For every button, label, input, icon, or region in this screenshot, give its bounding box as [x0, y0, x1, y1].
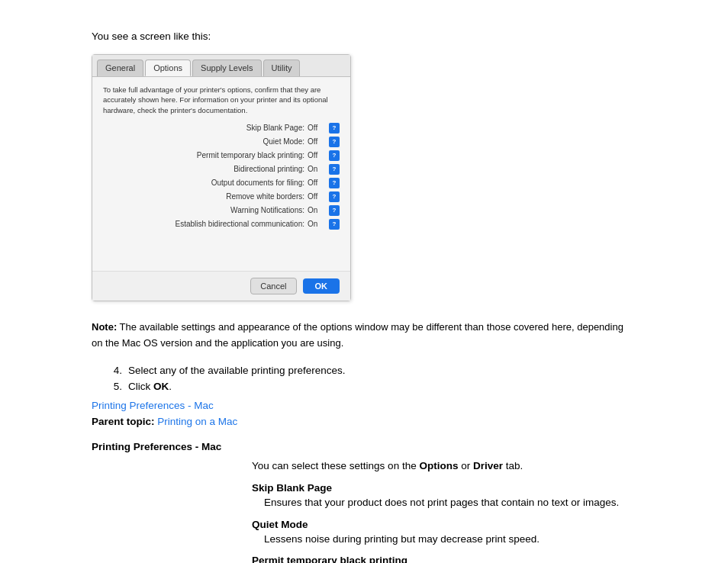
dialog-body: To take full advantage of your printer's…	[92, 77, 350, 271]
section-intro-middle: or	[458, 460, 473, 471]
option-row-skip-blank: Skip Blank Page: Off	[103, 123, 340, 134]
section-body: You can select these settings on the Opt…	[252, 460, 636, 563]
option-row-output-docs: Output documents for filing: Off	[103, 178, 340, 188]
section-heading-label: Printing Preferences - Mac	[92, 441, 252, 452]
tab-utility[interactable]: Utility	[263, 60, 301, 76]
cancel-button[interactable]: Cancel	[250, 278, 296, 294]
section-heading-row: Printing Preferences - Mac	[92, 441, 636, 452]
section-intro-end: tab.	[503, 460, 523, 471]
parent-topic-label: Parent topic:	[92, 416, 155, 427]
option-row-remove-borders: Remove white borders: Off	[103, 191, 340, 202]
option-btn-output-docs[interactable]	[329, 178, 340, 188]
option-btn-bidirectional[interactable]	[329, 164, 340, 175]
option-value-skip-blank: Off	[308, 124, 326, 132]
option-value-remove-borders: Off	[308, 192, 326, 201]
step-4-text: Select any of the available printing pre…	[128, 365, 345, 376]
step-5-text: Click OK.	[128, 381, 172, 392]
note-label: Note:	[92, 321, 117, 333]
option-row-permit-black: Permit temporary black printing: Off	[103, 150, 340, 161]
option-label-permit-black: Permit temporary black printing:	[197, 151, 304, 159]
tab-general[interactable]: General	[97, 60, 143, 76]
note-block: Note: The available settings and appeara…	[92, 320, 636, 352]
option-label-establish-bidir: Establish bidirectional communication:	[175, 220, 304, 228]
parent-topic-link[interactable]: Printing on a Mac	[157, 416, 237, 427]
term-quiet-mode-desc: Lessens noise during printing but may de…	[264, 532, 636, 547]
option-btn-skip-blank[interactable]	[329, 123, 340, 134]
numbered-steps: 4. Select any of the available printing …	[107, 365, 636, 392]
section-intro-bold2: Driver	[473, 460, 503, 471]
step-5: 5. Click OK.	[107, 381, 636, 392]
term-quiet-mode-title: Quiet Mode	[252, 519, 636, 530]
option-value-warnings: On	[308, 206, 326, 214]
step-4: 4. Select any of the available printing …	[107, 365, 636, 376]
option-value-quiet-mode: Off	[308, 137, 326, 146]
tab-supply-levels[interactable]: Supply Levels	[192, 60, 262, 76]
dialog-tabs-bar: General Options Supply Levels Utility	[92, 55, 350, 77]
term-permit-black-title: Permit temporary black printing	[252, 555, 636, 563]
term-quiet-mode: Quiet Mode Lessens noise during printing…	[252, 519, 636, 547]
option-row-bidirectional: Bidirectional printing: On	[103, 164, 340, 175]
dialog-note-text: To take full advantage of your printer's…	[103, 85, 340, 115]
option-btn-establish-bidir[interactable]	[329, 219, 340, 230]
option-btn-permit-black[interactable]	[329, 150, 340, 161]
term-permit-black: Permit temporary black printing Allows y…	[252, 555, 636, 563]
option-btn-warnings[interactable]	[329, 205, 340, 216]
option-row-establish-bidir: Establish bidirectional communication: O…	[103, 219, 340, 230]
section-intro-text1: You can select these settings on the	[252, 460, 419, 471]
option-label-output-docs: Output documents for filing:	[211, 179, 304, 187]
dialog-screenshot: General Options Supply Levels Utility To…	[92, 54, 351, 301]
option-value-bidirectional: On	[308, 165, 326, 173]
option-label-skip-blank: Skip Blank Page:	[246, 124, 304, 132]
parent-topic: Parent topic: Printing on a Mac	[92, 416, 636, 427]
tab-options[interactable]: Options	[145, 60, 191, 76]
option-label-quiet-mode: Quiet Mode:	[263, 137, 304, 146]
printing-preferences-mac-link[interactable]: Printing Preferences - Mac	[92, 400, 636, 411]
term-skip-blank-title: Skip Blank Page	[252, 482, 636, 494]
option-value-permit-black: Off	[308, 151, 326, 159]
option-btn-quiet-mode[interactable]	[329, 137, 340, 147]
dialog-footer: Cancel OK	[92, 271, 350, 301]
option-label-bidirectional: Bidirectional printing:	[234, 165, 304, 173]
ok-button[interactable]: OK	[303, 278, 340, 294]
option-value-establish-bidir: On	[308, 220, 326, 228]
option-label-remove-borders: Remove white borders:	[226, 192, 304, 201]
option-row-quiet-mode: Quiet Mode: Off	[103, 137, 340, 147]
step-5-num: 5.	[107, 381, 122, 392]
option-value-output-docs: Off	[308, 179, 326, 187]
step-4-num: 4.	[107, 365, 122, 376]
section-intro-bold1: Options	[419, 460, 458, 471]
option-row-warnings: Warning Notifications: On	[103, 205, 340, 216]
intro-text: You see a screen like this:	[92, 31, 636, 42]
term-skip-blank-desc: Ensures that your product does not print…	[264, 495, 636, 510]
section-intro: You can select these settings on the Opt…	[252, 460, 636, 471]
option-label-warnings: Warning Notifications:	[230, 206, 304, 214]
note-text: The available settings and appearance of…	[92, 321, 623, 349]
term-skip-blank: Skip Blank Page Ensures that your produc…	[252, 482, 636, 510]
option-btn-remove-borders[interactable]	[329, 191, 340, 202]
